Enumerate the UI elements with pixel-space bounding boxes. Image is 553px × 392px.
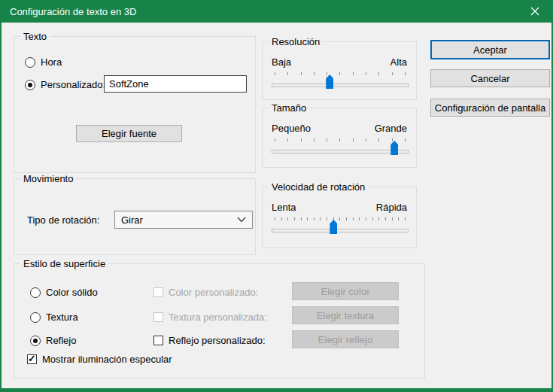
texture-radio-row: Textura bbox=[30, 311, 78, 323]
custom-texture-checkbox bbox=[153, 312, 163, 322]
cancel-button-label: Cancelar bbox=[470, 73, 509, 84]
group-velocidad: Velocidad de rotación Lenta Rápida bbox=[262, 187, 417, 248]
solid-color-radio-label: Color sólido bbox=[46, 287, 98, 298]
ok-button-label: Aceptar bbox=[473, 44, 507, 56]
custom-reflection-checkbox[interactable] bbox=[153, 336, 163, 345]
custom-color-checkbox bbox=[153, 287, 163, 297]
dialog-window: Configuración de texto en 3D Texto Hora … bbox=[0, 0, 553, 392]
tamano-slider-labels: Pequeño Grande bbox=[272, 123, 407, 134]
personalizado-radio[interactable] bbox=[25, 80, 35, 90]
choose-color-button: Elegir color bbox=[292, 282, 399, 300]
reflection-radio[interactable] bbox=[30, 336, 41, 346]
dialog-body: Texto Hora Personalizado: SoftZone Elegi… bbox=[2, 23, 551, 388]
solid-color-radio[interactable] bbox=[30, 287, 41, 298]
group-movimiento-label: Movimiento bbox=[20, 173, 76, 184]
custom-text-value: SoftZone bbox=[109, 78, 149, 90]
tamano-max-label: Grande bbox=[375, 123, 407, 134]
group-estilo: Estilo de superficie Color sólido Textur… bbox=[14, 263, 425, 378]
rotation-type-select[interactable]: Girar bbox=[114, 211, 253, 229]
ok-button[interactable]: Aceptar bbox=[430, 40, 550, 59]
group-movimiento: Movimiento Tipo de rotación: Girar bbox=[14, 178, 256, 255]
resolucion-slider-labels: Baja Alta bbox=[272, 57, 407, 68]
choose-texture-button: Elegir textura bbox=[292, 306, 399, 324]
chevron-down-icon bbox=[237, 217, 246, 223]
custom-texture-checkbox-label: Textura personalizada: bbox=[169, 311, 267, 323]
custom-color-checkbox-row: Color personalizado: bbox=[153, 287, 258, 298]
resolucion-min-label: Baja bbox=[272, 57, 291, 68]
group-resolucion-label: Resolución bbox=[269, 36, 323, 47]
title-bar: Configuración de texto en 3D bbox=[2, 0, 551, 23]
choose-reflection-button: Elegir reflejo bbox=[292, 330, 399, 348]
choose-font-button-label: Elegir fuente bbox=[102, 128, 156, 139]
group-velocidad-label: Velocidad de rotación bbox=[269, 181, 368, 193]
velocidad-slider-thumb[interactable] bbox=[330, 220, 337, 234]
velocidad-slider-rail bbox=[272, 220, 409, 234]
choose-texture-button-label: Elegir textura bbox=[317, 310, 375, 321]
window-title: Configuración de texto en 3D bbox=[10, 6, 136, 17]
custom-reflection-checkbox-label: Reflejo personalizado: bbox=[169, 335, 266, 346]
reflection-radio-row: Reflejo bbox=[30, 335, 76, 346]
specular-checkbox-row: Mostrar iluminación especular bbox=[27, 354, 172, 365]
choose-font-button[interactable]: Elegir fuente bbox=[76, 125, 182, 142]
solid-color-radio-row: Color sólido bbox=[30, 287, 98, 298]
tamano-min-label: Pequeño bbox=[272, 123, 311, 134]
resolucion-max-label: Alta bbox=[390, 57, 407, 68]
rotation-type-value: Girar bbox=[121, 214, 143, 226]
display-settings-button-label: Configuración de pantalla bbox=[435, 102, 545, 114]
close-button[interactable] bbox=[518, 0, 551, 23]
custom-reflection-checkbox-row: Reflejo personalizado: bbox=[153, 335, 266, 346]
group-resolucion: Resolución Baja Alta bbox=[262, 41, 417, 100]
velocidad-min-label: Lenta bbox=[272, 202, 296, 213]
custom-color-checkbox-label: Color personalizado: bbox=[169, 287, 258, 298]
group-tamano: Tamaño Pequeño Grande bbox=[262, 108, 417, 168]
hora-radio-row: Hora bbox=[25, 56, 62, 68]
cancel-button[interactable]: Cancelar bbox=[430, 69, 550, 87]
group-texto: Texto Hora Personalizado: SoftZone Elegi… bbox=[14, 36, 256, 173]
personalizado-radio-row: Personalizado: bbox=[25, 79, 105, 90]
texture-radio[interactable] bbox=[30, 312, 41, 323]
resolucion-slider-thumb[interactable] bbox=[326, 74, 333, 89]
reflection-radio-label: Reflejo bbox=[46, 335, 76, 346]
hora-radio[interactable] bbox=[25, 57, 35, 68]
custom-text-input[interactable]: SoftZone bbox=[104, 75, 247, 93]
hora-radio-label: Hora bbox=[41, 56, 62, 68]
group-texto-label: Texto bbox=[20, 31, 50, 42]
specular-checkbox[interactable] bbox=[27, 354, 37, 364]
personalizado-radio-label: Personalizado: bbox=[41, 79, 105, 90]
choose-color-button-label: Elegir color bbox=[321, 286, 369, 297]
group-tamano-label: Tamaño bbox=[269, 102, 309, 114]
velocidad-max-label: Rápida bbox=[376, 202, 407, 213]
display-settings-button[interactable]: Configuración de pantalla bbox=[430, 99, 550, 117]
specular-checkbox-label: Mostrar iluminación especular bbox=[42, 354, 172, 365]
close-icon bbox=[530, 7, 539, 16]
texture-radio-label: Textura bbox=[46, 311, 78, 323]
rotation-type-label: Tipo de rotación: bbox=[27, 214, 99, 226]
tamano-slider-thumb[interactable] bbox=[390, 141, 398, 155]
velocidad-slider-labels: Lenta Rápida bbox=[272, 202, 407, 213]
group-estilo-label: Estilo de superficie bbox=[20, 258, 108, 269]
choose-reflection-button-label: Elegir reflejo bbox=[318, 334, 372, 345]
resolucion-slider-rail bbox=[272, 74, 409, 89]
tamano-slider-rail bbox=[272, 141, 409, 155]
custom-texture-checkbox-row: Textura personalizada: bbox=[153, 311, 267, 323]
